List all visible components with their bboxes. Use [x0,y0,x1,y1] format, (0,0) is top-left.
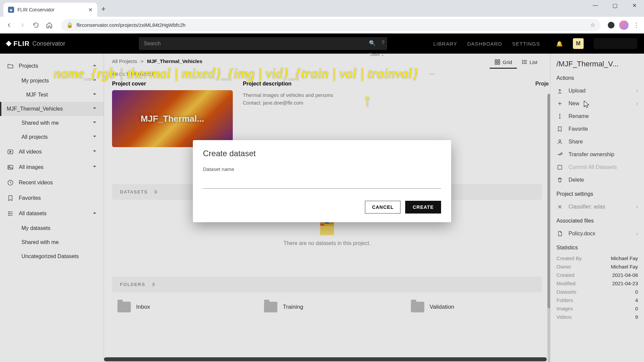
dataset-name-input[interactable] [203,175,441,189]
modal-backdrop: Create dataset Dataset name CANCEL CREAT… [0,0,644,362]
create-dataset-modal: Create dataset Dataset name CANCEL CREAT… [193,140,451,222]
dataset-name-label: Dataset name [203,166,441,172]
modal-title: Create dataset [203,149,441,158]
cancel-button[interactable]: CANCEL [365,201,400,214]
create-button[interactable]: CREATE [405,201,441,214]
